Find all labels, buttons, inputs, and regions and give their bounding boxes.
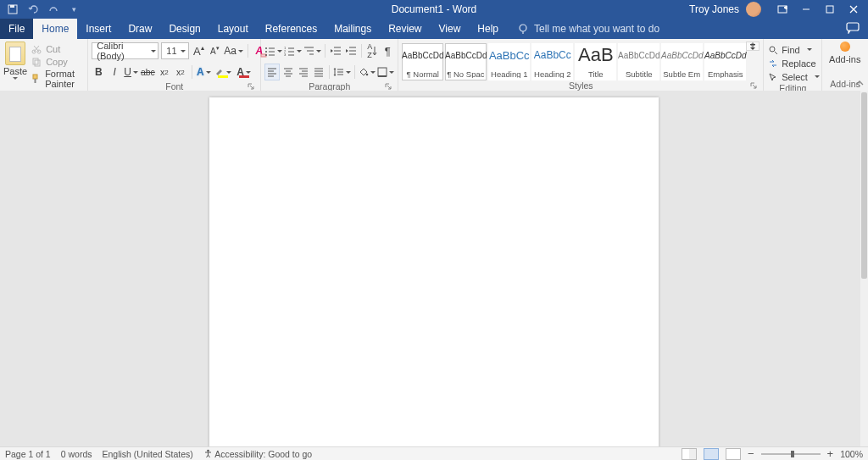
paragraph-dialog-launcher[interactable] [384,82,392,91]
chevron-down-icon [807,48,812,51]
vertical-scrollbar[interactable] [860,91,868,447]
window-title: Document1 - Word [392,3,476,15]
shrink-font-button[interactable]: A▾ [208,43,221,58]
search-icon [767,44,778,55]
zoom-slider[interactable] [761,453,821,455]
find-button[interactable]: Find [767,43,820,56]
collapse-ribbon-button[interactable] [854,79,865,89]
underline-button[interactable]: U [124,64,138,80]
svg-rect-1 [10,5,14,8]
ribbon: Paste Cut Copy [0,39,868,91]
show-hide-marks-button[interactable]: ¶ [381,43,394,58]
undo-button[interactable] [25,2,41,17]
format-painter-button[interactable]: Format Painter [31,69,84,89]
qat-customize-button[interactable]: ▾ [66,2,81,17]
copy-icon [31,56,42,67]
tab-home[interactable]: Home [33,19,77,39]
bullets-button[interactable] [264,43,282,58]
decrease-indent-button[interactable] [329,43,342,58]
borders-button[interactable] [377,64,394,80]
chevron-down-icon [238,50,243,53]
highlight-button[interactable] [214,64,232,80]
comments-toggle[interactable] [846,22,861,36]
increase-indent-button[interactable] [344,43,358,58]
style-heading-1[interactable]: AaBbCcHeading 1 [488,43,530,80]
zoom-slider-thumb[interactable] [791,451,794,457]
sort-button[interactable]: AZ [365,43,379,58]
save-icon[interactable] [5,2,20,17]
change-case-button[interactable]: Aa [224,43,243,58]
tab-review[interactable]: Review [380,19,430,39]
document-page[interactable] [209,97,659,447]
status-word-count[interactable]: 0 words [61,449,92,459]
addins-button[interactable]: Add-ins [826,42,864,64]
tell-me-search[interactable]: Tell me what you want to do [507,19,659,39]
status-accessibility[interactable]: Accessibility: Good to go [203,449,312,459]
styles-more-button[interactable] [746,42,760,51]
bold-button[interactable]: B [92,64,105,80]
font-size-combo[interactable]: 11 [161,42,189,59]
style-subtle-em-[interactable]: AaBbCcDdSubtle Em… [661,43,703,80]
status-page[interactable]: Page 1 of 1 [5,449,51,459]
font-name-combo[interactable]: Calibri (Body) [92,42,159,59]
web-layout-button[interactable] [726,448,741,460]
italic-button[interactable]: I [108,64,121,80]
strikethrough-button[interactable]: abc [141,64,155,80]
zoom-out-button[interactable]: − [748,447,754,460]
subscript-button[interactable]: x2 [158,64,171,80]
numbering-button[interactable]: 123 [284,43,302,58]
justify-button[interactable] [312,64,326,80]
zoom-level[interactable]: 100% [840,449,863,459]
zoom-in-button[interactable]: + [827,447,834,460]
align-right-button[interactable] [297,64,310,80]
chevron-down-icon [370,71,376,74]
tab-draw[interactable]: Draw [120,19,160,39]
read-mode-button[interactable] [682,448,697,460]
font-color-button[interactable]: A [235,64,253,80]
scrollbar-thumb[interactable] [861,92,867,279]
style-subtitle[interactable]: AaBbCcDdSubtitle [618,43,659,80]
style-title[interactable]: AaBTitle [575,43,616,80]
align-center-button[interactable] [281,64,295,80]
tab-file[interactable]: File [0,19,33,39]
text-effects-button[interactable]: A [197,64,211,80]
status-language[interactable]: English (United States) [102,449,192,459]
font-dialog-launcher[interactable] [247,82,255,91]
style--normal[interactable]: AaBbCcDd¶ Normal [402,43,443,80]
ribbon-display-options-button[interactable] [771,0,793,19]
align-left-button[interactable] [264,64,280,80]
superscript-button[interactable]: x2 [174,64,187,80]
style-heading-2[interactable]: AaBbCcHeading 2 [531,43,573,80]
tab-layout[interactable]: Layout [209,19,257,39]
group-font: Calibri (Body) 11 A▴ A▾ Aa A B I [88,39,261,91]
tab-mailings[interactable]: Mailings [326,19,380,39]
svg-rect-4 [826,6,833,13]
line-spacing-button[interactable] [333,64,351,80]
select-button[interactable]: Select [767,70,820,83]
grow-font-button[interactable]: A▴ [192,43,205,58]
tab-help[interactable]: Help [469,19,507,39]
tab-view[interactable]: View [431,19,470,39]
replace-icon [767,58,778,69]
minimize-button[interactable] [795,0,817,19]
print-layout-button[interactable] [704,448,719,460]
paste-button[interactable]: Paste [3,42,27,80]
close-button[interactable] [843,0,865,19]
user-name[interactable]: Troy Jones [689,3,739,15]
maximize-button[interactable] [819,0,841,19]
svg-point-7 [520,25,526,31]
tab-insert[interactable]: Insert [77,19,120,39]
multilevel-list-button[interactable] [303,43,321,58]
redo-button[interactable] [46,2,61,17]
style-emphasis[interactable]: AaBbCcDdEmphasis [704,43,746,80]
tab-design[interactable]: Design [160,19,209,39]
styles-dialog-launcher[interactable] [749,81,758,90]
shading-button[interactable] [359,64,376,80]
style--no-spac-[interactable]: AaBbCcDd¶ No Spac… [445,43,487,80]
chevron-down-icon [815,75,820,78]
replace-button[interactable]: Replace [767,57,820,69]
avatar[interactable] [746,2,761,17]
svg-point-21 [265,54,267,56]
tab-references[interactable]: References [257,19,326,39]
tell-me-placeholder: Tell me what you want to do [534,23,659,35]
